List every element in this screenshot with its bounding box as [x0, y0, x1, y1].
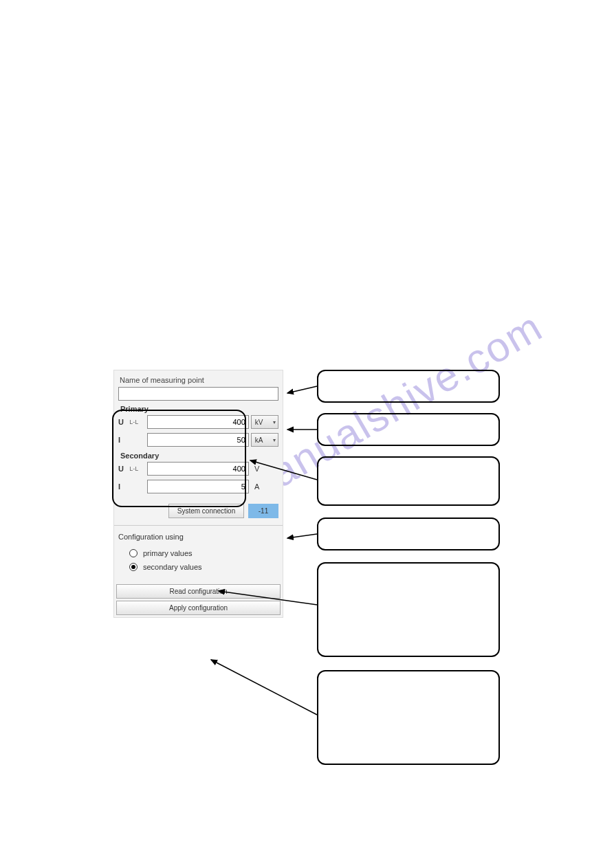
system-connection-value: -11	[248, 504, 278, 518]
secondary-title: Secondary	[118, 452, 278, 460]
primary-i-input[interactable]	[147, 433, 249, 447]
config-panel: Name of measuring point Primary U L-L kV…	[113, 370, 283, 618]
secondary-u-sub: L-L	[129, 465, 145, 472]
divider	[114, 525, 283, 526]
chevron-down-icon: ▾	[273, 419, 276, 425]
name-section: Name of measuring point	[114, 370, 283, 403]
primary-u-unit: kV	[255, 419, 263, 426]
primary-section: Primary U L-L kV ▾ I kA ▾	[114, 403, 283, 452]
primary-i-label: I	[118, 436, 127, 444]
primary-u-row: U L-L kV ▾	[118, 413, 278, 431]
name-label: Name of measuring point	[118, 375, 278, 387]
radio-primary-label: primary values	[143, 549, 193, 557]
radio-primary-row[interactable]: primary values	[118, 546, 278, 560]
system-connection-row: System connection -11	[114, 498, 283, 524]
radio-secondary[interactable]	[129, 563, 138, 571]
secondary-section: Secondary U L-L V I A	[114, 452, 283, 498]
radio-primary[interactable]	[129, 549, 138, 557]
callout-3	[317, 456, 500, 506]
radio-secondary-row[interactable]: secondary values	[118, 560, 278, 574]
secondary-i-row: I A	[118, 478, 278, 496]
callout-6	[317, 670, 500, 765]
config-using-title: Configuration using	[118, 533, 278, 546]
primary-u-unit-select[interactable]: kV ▾	[251, 415, 278, 429]
annotation-arrows	[0, 0, 614, 868]
svg-line-6	[211, 660, 317, 715]
callout-4	[317, 518, 500, 550]
primary-i-unit: kA	[255, 436, 263, 444]
secondary-u-label: U	[118, 465, 127, 473]
callout-2	[317, 413, 500, 446]
secondary-u-unit: V	[251, 465, 278, 473]
secondary-u-row: U L-L V	[118, 460, 278, 478]
primary-title: Primary	[118, 405, 278, 413]
chevron-down-icon: ▾	[273, 437, 276, 443]
primary-i-row: I kA ▾	[118, 431, 278, 449]
secondary-u-input[interactable]	[147, 462, 249, 476]
config-using-group: Configuration using primary values secon…	[114, 527, 283, 582]
svg-line-1	[287, 386, 317, 393]
primary-u-input[interactable]	[147, 415, 249, 429]
secondary-i-input[interactable]	[147, 480, 249, 493]
callout-5	[317, 562, 500, 657]
secondary-i-unit: A	[251, 482, 278, 491]
primary-i-unit-select[interactable]: kA ▾	[251, 433, 278, 447]
primary-u-sub: L-L	[129, 419, 145, 425]
system-connection-button[interactable]: System connection	[168, 504, 244, 518]
read-config-button[interactable]: Read configuration	[116, 584, 281, 599]
primary-u-label: U	[118, 418, 127, 426]
secondary-i-label: I	[118, 482, 127, 491]
apply-config-button[interactable]: Apply configuration	[116, 601, 281, 615]
name-input[interactable]	[118, 387, 278, 401]
callout-1	[317, 370, 500, 403]
svg-line-4	[287, 534, 317, 538]
radio-secondary-label: secondary values	[143, 563, 202, 571]
